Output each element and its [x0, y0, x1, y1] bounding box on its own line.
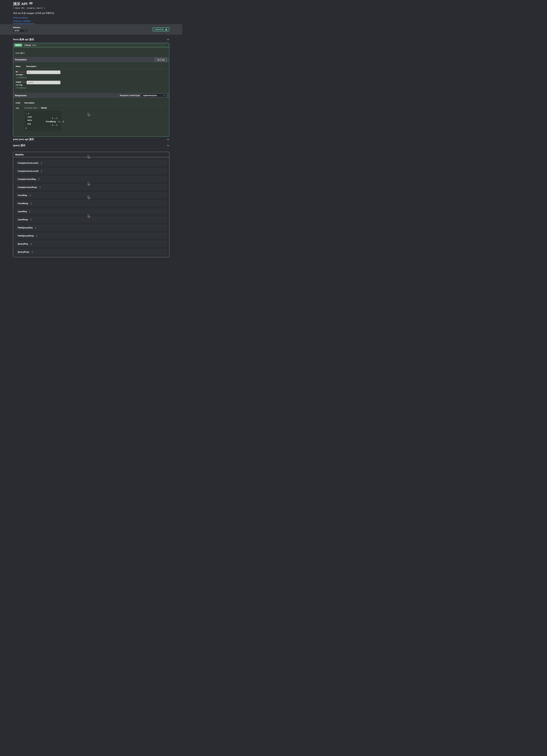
website-link[interactable]: keson.an - Website [13, 20, 169, 22]
model-prop-msg: msg ›[...] [25, 123, 61, 125]
model-row-formresp[interactable]: FormResp❯ [15, 200, 167, 206]
opblock-header[interactable]: POST /form form [13, 43, 169, 47]
id-input[interactable] [27, 70, 60, 74]
chevron-up-icon[interactable] [167, 39, 169, 40]
opblock-body: form 接口 Parameters Try it out Name Descr… [13, 47, 169, 136]
chevron-right-icon: ❯ [31, 251, 33, 253]
operation-path: /form [24, 44, 31, 47]
chevron-down-icon[interactable] [167, 145, 169, 146]
model-row-complexjsonlevel2[interactable]: ComplexJsonLevel2❯ [15, 168, 167, 174]
parameter-location: (formData) [16, 77, 27, 79]
chevron-down-icon [24, 30, 26, 31]
version-badge: v1 [29, 2, 33, 4]
parameter-row-name: name*required string (formData) [16, 81, 167, 89]
parameters-table: Name Description id*required integer (fo… [13, 62, 169, 93]
parameter-input-cell [27, 81, 167, 89]
prop-name: msg [27, 123, 46, 125]
parameter-input-cell [27, 70, 167, 79]
schemes-block: Schemes HTTP [13, 27, 27, 32]
chevron-right-icon: ❯ [39, 186, 41, 188]
chevron-right-icon: ❯ [36, 235, 38, 237]
chevron-right-icon: › [57, 120, 58, 123]
terms-of-service-link[interactable]: Terms of service [13, 17, 169, 19]
prop-name: data [27, 119, 46, 121]
models-title: Models [15, 153, 24, 156]
prop-value[interactable]: ›[...] [50, 117, 61, 119]
model-row-complexjsonresp[interactable]: ComplexJsonResp❯ [15, 184, 167, 190]
api-description: 演示 api 生成 swagger 文件的 api 完整写法 [13, 12, 169, 15]
responses-table: Code Description 200 Example Value Model [13, 98, 169, 136]
authorize-label: Authorize [154, 28, 164, 31]
responses-title: Responses [15, 94, 26, 97]
name-input[interactable] [27, 81, 60, 84]
authorize-button[interactable]: Authorize [153, 27, 169, 31]
unlock-icon [165, 28, 167, 31]
chevron-up-icon[interactable] [165, 45, 168, 46]
chevron-down-icon [26, 113, 27, 114]
chevron-up-icon[interactable] [163, 154, 166, 155]
model-row-complexjsonreq[interactable]: ComplexJsonReq❯ [15, 176, 167, 182]
schemes-label: Schemes [13, 27, 27, 28]
tab-model[interactable]: Model [39, 107, 47, 109]
section-query-title: query 演示 [13, 144, 25, 147]
model-row-pathqueryresp[interactable]: PathQueryResp❯ [15, 233, 167, 239]
content-type-select[interactable]: application/json [141, 94, 167, 97]
scheme-select[interactable]: HTTP [13, 29, 27, 32]
scheme-bar: Schemes HTTP Authorize [0, 24, 182, 35]
model-row-queryresp[interactable]: QueryResp❯ [15, 249, 167, 255]
models-header[interactable]: Models [13, 152, 169, 157]
parameters-bar: Parameters Try it out [13, 57, 169, 62]
col-code-header: Code [16, 102, 24, 104]
chevron-down-icon[interactable] [167, 139, 169, 140]
model-row-complexjsonlevel1[interactable]: ComplexJsonLevel1❯ [15, 160, 167, 166]
parameters-title: Parameters [15, 58, 27, 61]
parameter-name: id*required [16, 70, 27, 73]
chevron-right-icon: › [50, 117, 51, 119]
parameter-location: (formData) [16, 87, 27, 89]
chevron-right-icon: ❯ [30, 218, 32, 221]
chevron-right-icon: ❯ [41, 162, 42, 164]
model-prop-data: data FormResp›{...} [25, 119, 61, 122]
parameter-meta: id*required integer (formData) [16, 70, 27, 79]
model-panel: { code ›[...] data FormResp›{...} [24, 111, 62, 131]
section-query-header[interactable]: query 演示 [13, 142, 169, 149]
required-star: * [22, 81, 22, 83]
section-post-json-title: post json api 演示 [13, 138, 34, 141]
tab-example-value[interactable]: Example Value [24, 107, 39, 109]
model-row-pathqueryreq[interactable]: PathQueryReq❯ [15, 224, 167, 231]
swagger-page: 演示 API v1 [ Base URL: example.com/v1 ] 演… [0, 0, 182, 257]
scheme-selected-value: HTTP [15, 30, 19, 32]
info-links: Terms of service keson.an - Website Send… [13, 17, 169, 24]
chevron-right-icon: ❯ [38, 178, 40, 180]
prop-name: code [27, 116, 46, 118]
base-url: [ Base URL: example.com/v1 ] [13, 7, 169, 9]
prop-value[interactable]: FormResp›{...} [46, 120, 64, 123]
model-tabs: Example Value Model [24, 107, 167, 109]
section-post-json-header[interactable]: post json api 演示 [13, 137, 169, 142]
chevron-right-icon: ❯ [29, 210, 31, 213]
divider [16, 105, 167, 105]
chevron-right-icon: ❯ [30, 243, 32, 245]
close-brace: } [25, 127, 61, 129]
opblock-post-form: POST /form form form 接口 Parameters Try i… [13, 43, 169, 137]
model-row-jsonreq[interactable]: JsonReq❯ [15, 208, 167, 215]
models-container: Models ComplexJsonLevel1❯ ComplexJsonLev… [13, 152, 169, 257]
section-form-header[interactable]: form 表单 api 演示 [13, 38, 169, 43]
method-badge: POST [14, 44, 22, 47]
try-it-out-button[interactable]: Try it out [155, 58, 167, 61]
col-name-header: Name [16, 65, 26, 67]
model-row-jsonresp[interactable]: JsonResp❯ [15, 216, 167, 223]
parameter-type: integer [16, 74, 27, 76]
model-open-line[interactable]: { [25, 113, 61, 115]
model-row-queryreq[interactable]: QueryReq❯ [15, 241, 167, 247]
model-prop-code: code ›[...] [25, 116, 61, 118]
prop-value[interactable]: ›[...] [50, 124, 61, 126]
model-row-formreq[interactable]: FormReq❯ [15, 192, 167, 198]
email-link[interactable]: Send email to keson.an [13, 23, 169, 24]
response-code: 200 [16, 107, 24, 131]
chevron-right-icon: › [50, 124, 51, 126]
content-type-block: Response content type application/json [120, 94, 167, 97]
model-ref: FormResp [46, 120, 56, 123]
title-row: 演示 API v1 [13, 2, 169, 6]
parameters-table-head: Name Description [16, 65, 167, 67]
